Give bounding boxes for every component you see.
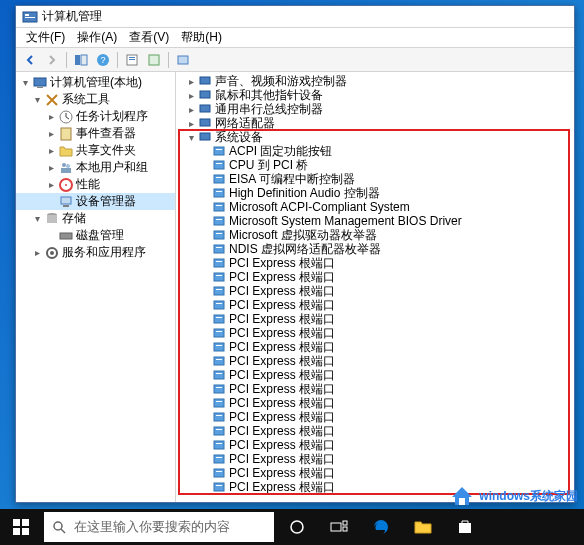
store-button[interactable] bbox=[444, 509, 486, 545]
svg-rect-91 bbox=[331, 523, 341, 531]
svg-rect-38 bbox=[216, 177, 222, 178]
svg-rect-94 bbox=[459, 523, 471, 533]
task-view-button[interactable] bbox=[318, 509, 360, 545]
watermark: windows系统家园 bbox=[449, 485, 578, 507]
svg-point-16 bbox=[62, 163, 66, 167]
users-icon bbox=[58, 160, 74, 176]
svg-rect-39 bbox=[214, 189, 224, 197]
svg-rect-29 bbox=[200, 91, 210, 98]
device-icon bbox=[212, 396, 226, 410]
chevron-down-icon[interactable]: ▾ bbox=[30, 94, 44, 105]
svg-rect-18 bbox=[61, 168, 71, 173]
refresh-button[interactable] bbox=[144, 50, 164, 70]
tree-storage[interactable]: ▾ 存储 bbox=[16, 210, 175, 227]
svg-rect-85 bbox=[22, 519, 29, 526]
chevron-right-icon[interactable]: ▸ bbox=[184, 118, 198, 129]
forward-button[interactable] bbox=[42, 50, 62, 70]
svg-rect-41 bbox=[214, 203, 224, 211]
tree-device-manager[interactable]: 设备管理器 bbox=[16, 193, 175, 210]
titlebar[interactable]: 计算机管理 bbox=[16, 6, 574, 28]
svg-rect-4 bbox=[81, 55, 87, 65]
svg-rect-70 bbox=[216, 401, 222, 402]
tree-task-scheduler[interactable]: ▸ 任务计划程序 bbox=[16, 108, 175, 125]
tree-label: 存储 bbox=[62, 210, 86, 227]
tree-system-tools[interactable]: ▾ 系统工具 bbox=[16, 91, 175, 108]
tree-pane[interactable]: ▾ 计算机管理(本地) ▾ 系统工具 ▸ 任务计划程序 ▸ 事件查看器 ▸ bbox=[16, 72, 176, 502]
device-icon bbox=[212, 284, 226, 298]
svg-rect-36 bbox=[216, 163, 222, 164]
explorer-button[interactable] bbox=[402, 509, 444, 545]
tree-root[interactable]: ▾ 计算机管理(本地) bbox=[16, 74, 175, 91]
svg-rect-42 bbox=[216, 205, 222, 206]
device-icon bbox=[212, 354, 226, 368]
svg-rect-9 bbox=[129, 59, 135, 60]
svg-rect-64 bbox=[216, 359, 222, 360]
tree-disk-management[interactable]: 磁盘管理 bbox=[16, 227, 175, 244]
tree-label: 计算机管理(本地) bbox=[50, 74, 142, 91]
device-item[interactable]: Microsoft ACPI-Compliant System bbox=[176, 200, 574, 214]
tree-services-apps[interactable]: ▸ 服务和应用程序 bbox=[16, 244, 175, 261]
chevron-down-icon[interactable]: ▾ bbox=[30, 213, 44, 224]
tools-icon bbox=[44, 92, 60, 108]
device-icon bbox=[212, 256, 226, 270]
svg-rect-35 bbox=[214, 161, 224, 169]
chevron-right-icon[interactable]: ▸ bbox=[30, 247, 44, 258]
chevron-right-icon[interactable]: ▸ bbox=[44, 128, 58, 139]
device-label: High Definition Audio 控制器 bbox=[229, 185, 380, 202]
menu-help[interactable]: 帮助(H) bbox=[175, 29, 228, 46]
svg-rect-51 bbox=[214, 273, 224, 281]
start-button[interactable] bbox=[0, 509, 42, 545]
svg-point-88 bbox=[54, 522, 62, 530]
svg-rect-54 bbox=[216, 289, 222, 290]
edge-button[interactable] bbox=[360, 509, 402, 545]
device-icon bbox=[212, 200, 226, 214]
device-icon bbox=[212, 410, 226, 424]
chevron-right-icon[interactable]: ▸ bbox=[184, 104, 198, 115]
tree-local-users[interactable]: ▸ 本地用户和组 bbox=[16, 159, 175, 176]
menu-file[interactable]: 文件(F) bbox=[20, 29, 71, 46]
chevron-right-icon[interactable]: ▸ bbox=[44, 162, 58, 173]
menu-view[interactable]: 查看(V) bbox=[123, 29, 175, 46]
svg-rect-78 bbox=[216, 457, 222, 458]
cortana-button[interactable] bbox=[276, 509, 318, 545]
svg-rect-44 bbox=[216, 219, 222, 220]
device-category-icon bbox=[198, 102, 212, 116]
svg-point-17 bbox=[66, 164, 70, 168]
device-list-pane[interactable]: ▸声音、视频和游戏控制器▸鼠标和其他指针设备▸通用串行总线控制器▸网络适配器 ▾… bbox=[176, 72, 574, 502]
clock-icon bbox=[58, 109, 74, 125]
scan-button[interactable] bbox=[173, 50, 193, 70]
svg-rect-47 bbox=[214, 245, 224, 253]
menu-action[interactable]: 操作(A) bbox=[71, 29, 123, 46]
chevron-right-icon[interactable]: ▸ bbox=[44, 145, 58, 156]
show-hide-button[interactable] bbox=[71, 50, 91, 70]
tree-label: 共享文件夹 bbox=[76, 142, 136, 159]
tree-label: 事件查看器 bbox=[76, 125, 136, 142]
svg-rect-87 bbox=[22, 528, 29, 535]
tree-event-viewer[interactable]: ▸ 事件查看器 bbox=[16, 125, 175, 142]
device-item[interactable]: High Definition Audio 控制器 bbox=[176, 186, 574, 200]
chevron-right-icon[interactable]: ▸ bbox=[184, 76, 198, 87]
chevron-right-icon[interactable]: ▸ bbox=[44, 179, 58, 190]
back-button[interactable] bbox=[20, 50, 40, 70]
svg-rect-69 bbox=[214, 399, 224, 407]
properties-button[interactable] bbox=[122, 50, 142, 70]
svg-rect-13 bbox=[37, 87, 43, 88]
chevron-right-icon[interactable]: ▸ bbox=[44, 111, 58, 122]
help-button[interactable]: ? bbox=[93, 50, 113, 70]
svg-rect-81 bbox=[214, 483, 224, 491]
device-icon bbox=[212, 368, 226, 382]
chevron-down-icon[interactable]: ▾ bbox=[184, 132, 198, 143]
svg-text:?: ? bbox=[100, 55, 105, 65]
tree-performance[interactable]: ▸ 性能 bbox=[16, 176, 175, 193]
tree-shared-folders[interactable]: ▸ 共享文件夹 bbox=[16, 142, 175, 159]
search-box[interactable]: 在这里输入你要搜索的内容 bbox=[44, 512, 274, 542]
svg-rect-3 bbox=[75, 55, 80, 65]
separator bbox=[168, 52, 169, 68]
app-icon bbox=[22, 9, 38, 25]
chevron-down-icon[interactable]: ▾ bbox=[18, 77, 32, 88]
menubar: 文件(F) 操作(A) 查看(V) 帮助(H) bbox=[16, 28, 574, 48]
device-category-icon bbox=[198, 88, 212, 102]
computer-management-window: 计算机管理 文件(F) 操作(A) 查看(V) 帮助(H) ? ▾ 计算机管理(… bbox=[15, 5, 575, 503]
device-manager-icon bbox=[58, 194, 74, 210]
chevron-right-icon[interactable]: ▸ bbox=[184, 90, 198, 101]
